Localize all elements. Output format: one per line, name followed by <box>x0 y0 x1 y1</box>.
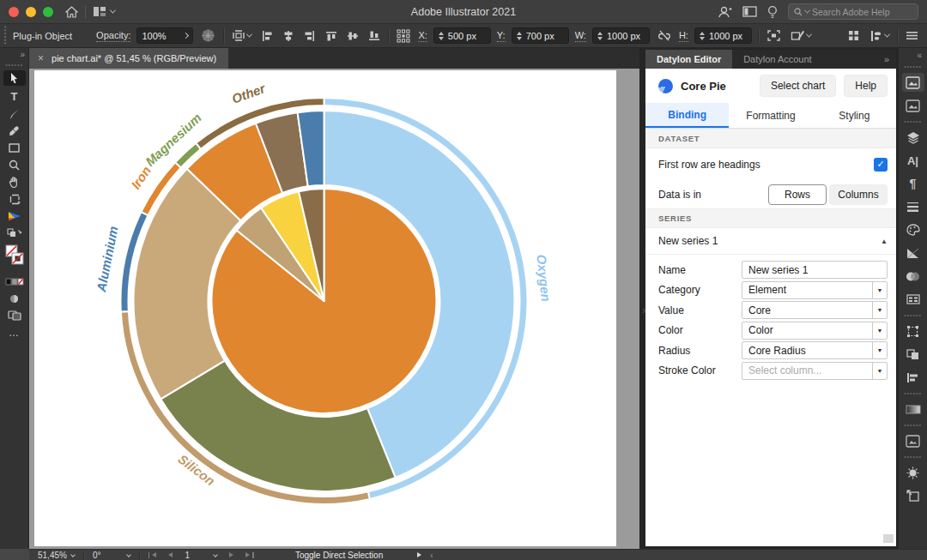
document-tab[interactable]: × pie chart.ai* @ 51,45 % (RGB/Preview) <box>29 48 228 69</box>
align-center-vertical-icon[interactable] <box>345 28 360 44</box>
tab-styling[interactable]: Styling <box>813 103 896 128</box>
options-bar-drag-handle[interactable]: •••••• <box>3 26 7 45</box>
options-menu-icon[interactable] <box>904 29 920 42</box>
color-dropdown[interactable]: Color ▼ <box>742 322 888 340</box>
tools-drag-handle[interactable]: •••••• <box>5 63 23 67</box>
workspace-switcher-icon[interactable] <box>93 6 115 17</box>
panel-expand-icon[interactable]: » <box>884 54 896 64</box>
align-bottom-icon[interactable] <box>367 28 382 44</box>
pathfinder-panel-icon[interactable] <box>902 345 924 364</box>
datylon-plugin-icon[interactable] <box>3 209 26 223</box>
opacity-label[interactable]: Opacity: <box>96 30 130 42</box>
last-artboard-button[interactable] <box>242 552 258 558</box>
help-button[interactable]: Help <box>844 75 888 97</box>
next-artboard-button[interactable] <box>226 552 237 557</box>
height-field[interactable]: 1000 px <box>694 27 752 44</box>
tab-datylon-editor[interactable]: Datylon Editor <box>645 50 732 69</box>
x-value[interactable]: 500 px <box>448 31 486 41</box>
series-collapse-icon[interactable]: ▲ <box>881 238 888 245</box>
hand-tool[interactable] <box>3 175 26 189</box>
rotation-dropdown-chevron-icon[interactable] <box>126 552 131 557</box>
appearance-panel-icon[interactable] <box>902 290 924 309</box>
y-label[interactable]: Y: <box>497 30 506 42</box>
width-label[interactable]: W: <box>575 30 586 42</box>
columns-button[interactable]: Columns <box>829 184 888 205</box>
color-dropdown-arrow-icon[interactable]: ▼ <box>872 322 887 339</box>
rows-button[interactable]: Rows <box>768 184 827 205</box>
artboard-dropdown-chevron-icon[interactable] <box>214 552 219 557</box>
cc-libraries-icon[interactable] <box>902 96 924 115</box>
first-row-headings-checkbox[interactable]: ✓ <box>874 158 888 172</box>
character-panel-icon[interactable]: A| <box>902 151 924 170</box>
align-top-icon[interactable] <box>324 28 339 44</box>
color-panel-icon[interactable] <box>902 220 924 239</box>
series-name-input[interactable] <box>742 261 888 279</box>
tab-binding[interactable]: Binding <box>645 103 729 128</box>
share-account-icon[interactable] <box>718 5 732 19</box>
shape-builder-icon[interactable] <box>3 292 26 305</box>
status-collapse-chevron-icon[interactable]: ‹ <box>430 551 433 560</box>
panel-scroll-corner[interactable] <box>883 534 894 543</box>
transform-panel-icon[interactable] <box>902 322 924 340</box>
stroke-color-dropdown[interactable]: Select column... ▼ <box>742 362 888 380</box>
y-value[interactable]: 700 px <box>526 31 564 41</box>
panel-collapse-chevron-icon[interactable]: › <box>639 302 648 318</box>
asset-export-panel-icon[interactable] <box>902 463 924 482</box>
stacking-options-icon[interactable] <box>868 28 891 44</box>
edit-toolbar-ellipsis-icon[interactable]: … <box>3 326 26 340</box>
select-chart-button[interactable]: Select chart <box>760 75 836 97</box>
zoom-tool[interactable] <box>3 158 26 172</box>
artboard-options-icon[interactable] <box>230 27 253 44</box>
artboard-navigation-dropdown[interactable]: 1 <box>181 551 221 560</box>
width-stepper[interactable] <box>597 32 603 40</box>
color-type-buttons[interactable] <box>3 274 26 288</box>
height-label[interactable]: H: <box>679 30 688 42</box>
opacity-field[interactable]: 100% <box>136 27 193 44</box>
opacity-value[interactable]: 100% <box>142 31 179 41</box>
align-center-horizontal-icon[interactable] <box>281 28 296 44</box>
zoom-dropdown-chevron-icon[interactable] <box>70 552 76 557</box>
rotation-dropdown[interactable]: 0° <box>89 551 134 560</box>
y-stepper[interactable] <box>517 32 522 40</box>
tab-formatting[interactable]: Formatting <box>729 103 812 128</box>
series-title-row[interactable]: New series 1 ▲ <box>645 228 896 255</box>
selection-tool[interactable] <box>3 70 26 86</box>
category-dropdown[interactable]: Element ▼ <box>742 281 888 299</box>
paragraph-panel-icon[interactable]: ¶ <box>902 174 924 193</box>
tab-datylon-account[interactable]: Datylon Account <box>732 50 823 69</box>
paintbrush-tool[interactable] <box>3 106 26 120</box>
category-dropdown-arrow-icon[interactable]: ▼ <box>872 282 887 298</box>
search-input[interactable] <box>812 7 912 17</box>
recolor-artwork-icon[interactable] <box>199 27 217 45</box>
gradient-panel-icon[interactable] <box>902 244 924 262</box>
height-value[interactable]: 1000 px <box>709 31 747 41</box>
x-field[interactable]: 500 px <box>433 27 491 44</box>
strip-drag-handle[interactable]: •••••• <box>904 64 922 69</box>
transparency-panel-icon[interactable] <box>902 267 924 286</box>
fill-stroke-swatches[interactable] <box>3 244 26 271</box>
value-dropdown-arrow-icon[interactable]: ▼ <box>872 302 887 318</box>
artboards-panel-icon[interactable] <box>902 431 924 450</box>
stroke-panel-icon[interactable] <box>902 197 924 216</box>
draw-options-icon[interactable] <box>789 27 813 44</box>
unlink-dimensions-icon[interactable] <box>656 28 673 43</box>
height-stepper[interactable] <box>700 32 705 40</box>
gradient-swatch-icon[interactable] <box>902 400 924 418</box>
radius-dropdown-arrow-icon[interactable]: ▼ <box>872 342 887 358</box>
radius-dropdown[interactable]: Core Radius ▼ <box>742 341 888 359</box>
snap-options-icon[interactable] <box>845 27 862 44</box>
opacity-expand-chevron-icon[interactable] <box>183 33 189 39</box>
status-flyout-icon[interactable] <box>417 552 421 557</box>
artboard-tool[interactable] <box>3 192 26 206</box>
width-field[interactable]: 1000 px <box>592 27 650 44</box>
home-icon[interactable] <box>65 6 78 18</box>
search-scope-chevron-icon[interactable] <box>804 8 810 14</box>
libraries-panel-icon[interactable] <box>902 73 924 92</box>
type-tool[interactable]: T <box>3 89 26 103</box>
zoom-window-button[interactable] <box>43 7 53 17</box>
zoom-level-dropdown[interactable]: 51,45% <box>34 551 78 560</box>
draw-modes-icon[interactable] <box>3 309 26 322</box>
help-search-box[interactable] <box>788 3 918 20</box>
x-label[interactable]: X: <box>418 30 427 42</box>
x-stepper[interactable] <box>439 32 444 40</box>
